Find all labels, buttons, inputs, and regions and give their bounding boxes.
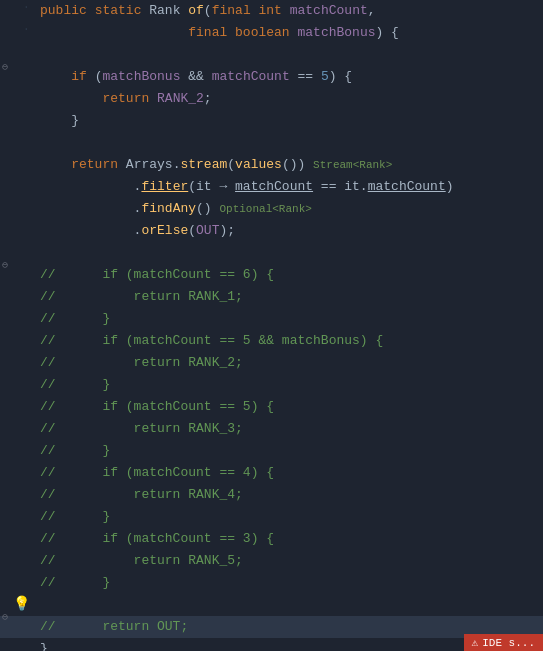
status-label: IDE s... xyxy=(482,637,535,649)
code-line-20: // return RANK_3; xyxy=(0,418,543,440)
line-content-6: } xyxy=(36,111,543,131)
code-line-4: ⊖ if (matchBonus && matchCount == 5) { xyxy=(0,66,543,88)
code-line-14: // return RANK_1; xyxy=(0,286,543,308)
code-line-29: ⊖ // return OUT; xyxy=(0,616,543,638)
code-line-25: // if (matchCount == 3) { xyxy=(0,528,543,550)
line-content-8: return Arrays.stream(values()) Stream<Ra… xyxy=(36,155,543,175)
code-line-1: · public static Rank of(final int matchC… xyxy=(0,0,543,22)
line-content-15: // } xyxy=(36,309,543,329)
code-line-3 xyxy=(0,44,543,66)
line-content-10: .findAny() Optional<Rank> xyxy=(36,199,543,219)
code-line-7 xyxy=(0,132,543,154)
code-line-10: .findAny() Optional<Rank> xyxy=(0,198,543,220)
line-content-19: // if (matchCount == 5) { xyxy=(36,397,543,417)
code-line-28: 💡 xyxy=(0,594,543,616)
code-line-15: // } xyxy=(0,308,543,330)
line-content-9: .filter(it → matchCount == it.matchCount… xyxy=(36,177,543,197)
code-line-17: // return RANK_2; xyxy=(0,352,543,374)
line-content-13: // if (matchCount == 6) { xyxy=(36,265,543,285)
line-content-3 xyxy=(36,45,543,65)
code-editor: · public static Rank of(final int matchC… xyxy=(0,0,543,651)
line-content-24: // } xyxy=(36,507,543,527)
line-content-7 xyxy=(36,133,543,153)
code-line-21: // } xyxy=(0,440,543,462)
status-bar[interactable]: ⚠ IDE s... xyxy=(464,634,543,651)
code-line-24: // } xyxy=(0,506,543,528)
gutter-2: · xyxy=(0,23,36,37)
line-content-21: // } xyxy=(36,441,543,461)
line-content-4: if (matchBonus && matchCount == 5) { xyxy=(36,67,543,87)
line-content-26: // return RANK_5; xyxy=(36,551,543,571)
line-content-23: // return RANK_4; xyxy=(36,485,543,505)
line-content-2: final boolean matchBonus) { xyxy=(36,23,543,43)
line-content-17: // return RANK_2; xyxy=(36,353,543,373)
line-content-28 xyxy=(36,595,543,615)
line-content-22: // if (matchCount == 4) { xyxy=(36,463,543,483)
line-content-25: // if (matchCount == 3) { xyxy=(36,529,543,549)
code-line-18: // } xyxy=(0,374,543,396)
line-content-11: .orElse(OUT); xyxy=(36,221,543,241)
code-line-23: // return RANK_4; xyxy=(0,484,543,506)
code-line-2: · final boolean matchBonus) { xyxy=(0,22,543,44)
line-content-18: // } xyxy=(36,375,543,395)
code-line-16: // if (matchCount == 5 && matchBonus) { xyxy=(0,330,543,352)
line-content-16: // if (matchCount == 5 && matchBonus) { xyxy=(36,331,543,351)
bulb-icon[interactable]: 💡 xyxy=(13,595,30,612)
line-content-14: // return RANK_1; xyxy=(36,287,543,307)
code-line-30: } xyxy=(0,638,543,651)
status-icon: ⚠ xyxy=(472,636,479,649)
gutter-1: · xyxy=(0,1,36,15)
gutter-28: 💡 xyxy=(0,595,36,612)
line-content-20: // return RANK_3; xyxy=(36,419,543,439)
line-content-27: // } xyxy=(36,573,543,593)
code-line-26: // return RANK_5; xyxy=(0,550,543,572)
code-line-22: // if (matchCount == 4) { xyxy=(0,462,543,484)
code-line-19: // if (matchCount == 5) { xyxy=(0,396,543,418)
line-content-1: public static Rank of(final int matchCou… xyxy=(36,1,543,21)
code-line-13: ⊖ // if (matchCount == 6) { xyxy=(0,264,543,286)
code-line-6: } xyxy=(0,110,543,132)
code-line-5: return RANK_2; xyxy=(0,88,543,110)
line-content-5: return RANK_2; xyxy=(36,89,543,109)
code-line-27: // } xyxy=(0,572,543,594)
code-line-8: return Arrays.stream(values()) Stream<Ra… xyxy=(0,154,543,176)
code-line-12 xyxy=(0,242,543,264)
line-content-12 xyxy=(36,243,543,263)
code-line-11: .orElse(OUT); xyxy=(0,220,543,242)
code-line-9: .filter(it → matchCount == it.matchCount… xyxy=(0,176,543,198)
